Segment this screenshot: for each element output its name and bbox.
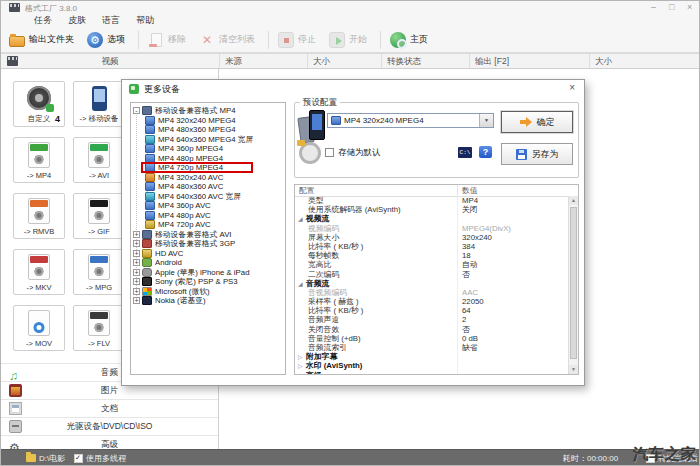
format-button-mobile[interactable]: -> 移动设备: [73, 81, 125, 127]
format-button-gif[interactable]: -> GIF: [73, 193, 125, 239]
tree-item[interactable]: MP4 640x360 AVC 宽屏: [131, 192, 285, 202]
tree-item[interactable]: MP4 480x360 MPEG4: [131, 125, 285, 135]
config-group-row[interactable]: ▷水印 (AviSynth): [295, 361, 567, 370]
config-scrollbar[interactable]: ▲ ▼: [568, 196, 578, 374]
tree-item[interactable]: +移动设备兼容格式 AVI: [131, 230, 285, 240]
tree-item[interactable]: MP4 320x240 AVC: [131, 173, 285, 183]
config-row[interactable]: 类型MP4: [295, 196, 567, 205]
tree-item[interactable]: +Nokia (诺基亚): [131, 296, 285, 306]
tree-item[interactable]: +Apple (苹果) iPhone & iPad: [131, 268, 285, 278]
save-as-button[interactable]: 另存为: [501, 143, 573, 165]
menu-item[interactable]: 帮助: [132, 14, 158, 27]
tree-item[interactable]: MP4 480x360 AVC: [131, 182, 285, 192]
column-header[interactable]: 转换状态: [381, 54, 469, 68]
expand-toggle-icon[interactable]: +: [133, 288, 140, 295]
expand-triangle-icon[interactable]: ◢: [298, 215, 306, 223]
config-row[interactable]: 采样率 ( 赫兹 )22050: [295, 297, 567, 306]
format-button-mov[interactable]: -> MOV: [13, 305, 65, 351]
home-button[interactable]: 主页: [390, 32, 428, 48]
sidebar-section-document[interactable]: 文档: [1, 399, 218, 418]
config-row[interactable]: 宽高比自动: [295, 260, 567, 269]
tree-item[interactable]: MP4 720p AVC: [131, 220, 285, 230]
config-row[interactable]: 每秒帧数18: [295, 251, 567, 260]
config-group-row[interactable]: ▷高级: [295, 371, 567, 374]
tree-item[interactable]: +Android: [131, 258, 285, 268]
tree-item[interactable]: +Sony (索尼) PSP & PS3: [131, 277, 285, 287]
expand-toggle-icon[interactable]: +: [133, 278, 140, 285]
minimize-button[interactable]: –: [651, 2, 656, 12]
output-path[interactable]: D:\电影: [39, 453, 65, 464]
expand-toggle-icon[interactable]: -: [133, 107, 140, 114]
format-button-mp4[interactable]: -> MP4: [13, 137, 65, 183]
menu-item[interactable]: 任务: [30, 14, 56, 27]
config-row[interactable]: 音量控制 (+dB)0 dB: [295, 334, 567, 343]
options-button[interactable]: 选项: [87, 32, 125, 48]
expand-toggle-icon[interactable]: +: [133, 231, 140, 238]
tree-item[interactable]: MP4 320x240 MPEG4: [131, 116, 285, 126]
remove-button[interactable]: 移除: [148, 32, 186, 48]
config-row[interactable]: 关闭音效否: [295, 325, 567, 334]
expand-toggle-icon[interactable]: +: [133, 259, 140, 266]
expand-toggle-icon[interactable]: +: [133, 297, 140, 304]
tree-item[interactable]: +移动设备兼容格式 3GP: [131, 239, 285, 249]
tree-item[interactable]: -移动设备兼容格式 MP4: [131, 106, 285, 116]
dialog-close-icon[interactable]: ×: [569, 82, 575, 93]
sidebar-section-disc[interactable]: 光驱设备\DVD\CD\ISO: [1, 417, 218, 436]
column-header[interactable]: 来源: [219, 54, 307, 68]
config-row[interactable]: 音频声道2: [295, 315, 567, 324]
expand-triangle-icon[interactable]: ▷: [298, 362, 306, 370]
start-button[interactable]: 开始: [329, 32, 367, 48]
config-row[interactable]: 屏幕大小320x240: [295, 233, 567, 242]
format-button-flv[interactable]: -> FLV: [73, 305, 125, 351]
output-folder-button[interactable]: 输出文件夹: [9, 32, 74, 48]
expand-triangle-icon[interactable]: ▷: [298, 353, 306, 361]
scroll-up-icon[interactable]: ▲: [569, 196, 578, 205]
tree-item[interactable]: +HD AVC: [131, 249, 285, 259]
config-row[interactable]: 比特率 ( KB/秒 )384: [295, 242, 567, 251]
maximize-button[interactable]: □: [669, 2, 674, 12]
expand-toggle-icon[interactable]: +: [133, 269, 140, 276]
config-row[interactable]: 音频流索引缺省: [295, 343, 567, 352]
clear-list-button[interactable]: 清空列表: [199, 32, 255, 48]
expand-toggle-icon[interactable]: +: [133, 240, 140, 247]
preset-dropdown[interactable]: MP4 320x240 MPEG4: [327, 113, 494, 128]
menu-item[interactable]: 语言: [98, 14, 124, 27]
close-button[interactable]: ×: [687, 2, 692, 12]
save-default-checkbox[interactable]: [325, 148, 334, 157]
format-button-mpg[interactable]: -> MPG: [73, 249, 125, 295]
config-row[interactable]: 音视频编码AAC: [295, 288, 567, 297]
scroll-down-icon[interactable]: ▼: [569, 365, 578, 374]
menu-item[interactable]: 皮肤: [64, 14, 90, 27]
tree-item[interactable]: +Microsoft (微软): [131, 287, 285, 297]
config-row[interactable]: 使用系统解码器 (AviSynth)关闭: [295, 205, 567, 214]
tree-item[interactable]: MP4 480p AVC: [131, 211, 285, 221]
stop-button[interactable]: 停止: [278, 32, 316, 48]
tree-item[interactable]: MP4 360p MPEG4: [131, 144, 285, 154]
tree-item[interactable]: MP4 640x360 MPEG4 宽屏: [131, 135, 285, 145]
config-group-row[interactable]: ◢视频流: [295, 214, 567, 223]
ok-button[interactable]: 确定: [501, 111, 573, 133]
column-header[interactable]: 大小: [307, 54, 381, 68]
format-button-custom[interactable]: 自定义4: [13, 81, 65, 127]
config-group-row[interactable]: ◢音频流: [295, 279, 567, 288]
column-header[interactable]: 大小: [589, 54, 693, 68]
format-button-mkv[interactable]: -> MKV: [13, 249, 65, 295]
scrollbar-thumb[interactable]: [570, 207, 577, 359]
help-icon[interactable]: ?: [479, 146, 492, 158]
config-row[interactable]: 比特率 ( KB/秒 )64: [295, 306, 567, 315]
tree-item-selected[interactable]: MP4 720p MPEG4: [131, 163, 285, 173]
format-button-rmvb[interactable]: -> RMVB: [13, 193, 65, 239]
sidebar-section-video[interactable]: 视频: [1, 54, 219, 68]
expand-triangle-icon[interactable]: ◢: [298, 280, 306, 288]
format-button-avi[interactable]: -> AVI: [73, 137, 125, 183]
config-row[interactable]: 二次编码否: [295, 270, 567, 279]
config-group-row[interactable]: ▷附加字幕: [295, 352, 567, 361]
column-header[interactable]: 输出 [F2]: [469, 54, 589, 68]
expand-toggle-icon[interactable]: +: [133, 250, 140, 257]
multithread-checkbox[interactable]: [74, 454, 83, 463]
tree-item[interactable]: MP4 360p AVC: [131, 201, 285, 211]
config-row[interactable]: 视频编码MPEG4(DivX): [295, 224, 567, 233]
chevron-down-icon[interactable]: [479, 114, 493, 127]
expand-triangle-icon[interactable]: ▷: [298, 372, 306, 374]
commandline-icon[interactable]: [458, 147, 472, 158]
